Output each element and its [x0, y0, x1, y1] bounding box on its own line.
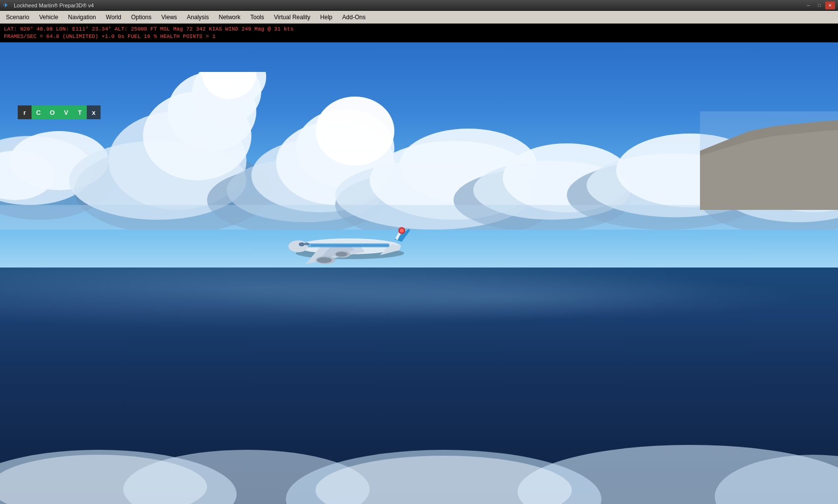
menu-item-navigation[interactable]: Navigation [63, 11, 101, 23]
window-controls: ─ □ ✕ [803, 1, 835, 9]
menu-item-vehicle[interactable]: Vehicle [34, 11, 63, 23]
close-button[interactable]: ✕ [825, 1, 835, 9]
svg-point-60 [288, 240, 308, 252]
covtx-c-button[interactable]: C [32, 105, 45, 119]
menu-item-network[interactable]: Network [214, 11, 245, 23]
svg-point-18 [315, 97, 394, 166]
window-title: Lockheed Martin® Prepar3D® v4 [14, 2, 94, 8]
covtx-t-button[interactable]: T [73, 105, 87, 119]
telemetry-line1: LAT: N20° 48.98 LON: E111° 23.34° ALT: 2… [4, 26, 834, 33]
covtx-o-button[interactable]: O [45, 105, 59, 119]
telemetry-line2: FRAMES/SEC = 64.8 (UNLIMITED) +1.0 Gs FU… [4, 33, 834, 40]
menu-item-views[interactable]: Views [156, 11, 182, 23]
covtx-toolbar[interactable]: r C O V T x [18, 105, 101, 119]
svg-point-62 [304, 242, 309, 245]
menu-bar: ScenarioVehicleNavigationWorldOptionsVie… [0, 11, 838, 24]
covtx-v-button[interactable]: V [59, 105, 73, 119]
flight-viewport[interactable]: r C O V T x [0, 42, 838, 504]
svg-point-53 [317, 257, 332, 263]
svg-rect-35 [700, 111, 838, 210]
menu-item-add-ons[interactable]: Add-Ons [337, 11, 370, 23]
title-bar-left: ✈ Lockheed Martin® Prepar3D® v4 [3, 1, 94, 9]
maximize-button[interactable]: □ [814, 1, 824, 9]
menu-item-virtual-reality[interactable]: Virtual Reality [269, 11, 315, 23]
aircraft [286, 225, 414, 269]
covtx-r-button[interactable]: r [18, 105, 32, 119]
terrain [700, 111, 838, 210]
minimize-button[interactable]: ─ [803, 1, 813, 9]
svg-point-55 [336, 252, 348, 257]
app-icon: ✈ [3, 1, 11, 9]
menu-item-analysis[interactable]: Analysis [182, 11, 214, 23]
bottom-clouds [0, 405, 838, 504]
title-bar: ✈ Lockheed Martin® Prepar3D® v4 ─ □ ✕ [0, 0, 838, 11]
ocean-reflection [0, 268, 838, 366]
svg-point-64 [400, 229, 404, 233]
covtx-x-button[interactable]: x [87, 105, 101, 119]
telemetry-bar: LAT: N20° 48.98 LON: E111° 23.34° ALT: 2… [0, 24, 838, 42]
menu-item-help[interactable]: Help [315, 11, 338, 23]
menu-item-scenario[interactable]: Scenario [1, 11, 34, 23]
svg-point-61 [299, 242, 305, 246]
menu-item-options[interactable]: Options [126, 11, 156, 23]
menu-item-tools[interactable]: Tools [245, 11, 269, 23]
menu-item-world[interactable]: World [101, 11, 126, 23]
svg-rect-59 [298, 243, 389, 247]
